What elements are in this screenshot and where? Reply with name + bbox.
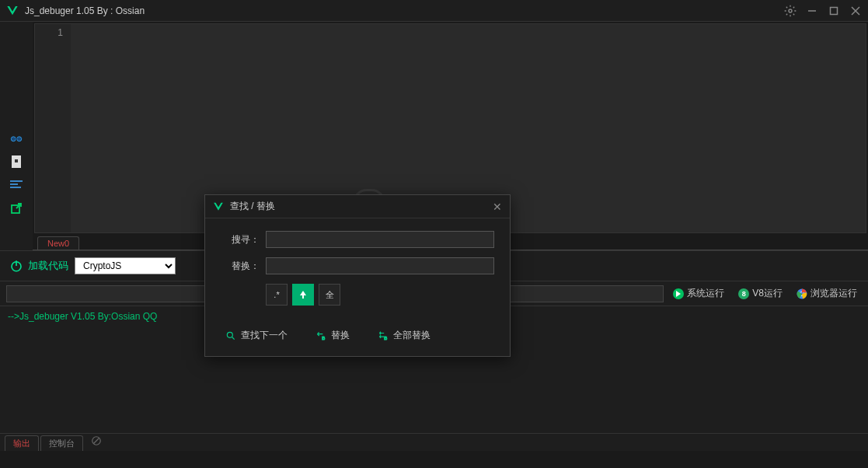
direction-option[interactable] xyxy=(292,284,314,306)
search-label: 搜寻： xyxy=(221,233,260,246)
svg-point-0 xyxy=(789,9,792,12)
tab-output[interactable]: 输出 xyxy=(5,435,39,451)
dialog-actions: 查找下一个 B 替换 B 全部替换 xyxy=(205,326,510,356)
export-icon[interactable] xyxy=(9,201,24,216)
line-gutter: 1 xyxy=(35,24,71,232)
window-controls xyxy=(784,5,862,17)
minimize-icon[interactable] xyxy=(806,5,818,17)
all-option[interactable]: 全 xyxy=(319,284,340,306)
maximize-icon[interactable] xyxy=(828,5,840,17)
svg-point-6 xyxy=(17,137,22,141)
replace-icon: B xyxy=(315,330,326,341)
system-run-button[interactable]: 系统运行 xyxy=(668,287,729,300)
regex-option[interactable]: .* xyxy=(266,284,288,306)
replace-label: 替换： xyxy=(221,260,260,273)
svg-rect-2 xyxy=(831,7,838,14)
bottom-tabs: 输出 控制台 xyxy=(0,434,868,451)
binoculars-icon[interactable] xyxy=(9,131,24,146)
dialog-body: 搜寻： 替换： .* 全 xyxy=(205,218,510,326)
find-next-button[interactable]: 查找下一个 xyxy=(219,326,294,345)
find-replace-dialog: 查找 / 替换 ✕ 搜寻： 替换： .* 全 查找下一个 B 替换 B 全部替换 xyxy=(204,194,511,357)
clear-icon[interactable] xyxy=(91,435,102,449)
svg-text:B: B xyxy=(384,335,387,340)
replace-all-icon: B xyxy=(378,330,389,341)
sidebar xyxy=(0,22,33,250)
output-text: -->Js_debuger V1.05 By:Ossian QQ xyxy=(8,311,157,322)
replace-button[interactable]: B 替换 xyxy=(309,326,356,345)
chrome-icon xyxy=(797,288,807,299)
load-code-button[interactable]: 加载代码 xyxy=(9,259,68,273)
svg-rect-7 xyxy=(16,138,18,139)
titlebar: Js_debuger 1.05 By : Ossian xyxy=(0,0,868,22)
replace-all-button[interactable]: B 全部替换 xyxy=(371,326,437,345)
search-input[interactable] xyxy=(266,231,494,248)
load-code-label: 加载代码 xyxy=(28,259,68,273)
browser-run-button[interactable]: 浏览器运行 xyxy=(792,287,862,300)
line-number: 1 xyxy=(58,27,63,38)
crypto-dropdown[interactable]: CryptoJS xyxy=(75,257,176,274)
editor-tab[interactable]: New0 xyxy=(37,236,79,250)
svg-line-20 xyxy=(94,438,99,444)
v8-run-button[interactable]: 8 V8运行 xyxy=(734,287,787,300)
tab-console[interactable]: 控制台 xyxy=(40,435,83,451)
settings-icon[interactable] xyxy=(784,5,797,17)
window-title: Js_debuger 1.05 By : Ossian xyxy=(25,5,784,16)
dialog-titlebar[interactable]: 查找 / 替换 ✕ xyxy=(205,195,510,218)
dialog-title: 查找 / 替换 xyxy=(230,200,493,213)
svg-text:B: B xyxy=(322,335,325,340)
svg-line-22 xyxy=(232,337,235,339)
svg-rect-9 xyxy=(15,159,18,162)
document-icon[interactable] xyxy=(9,154,24,169)
app-logo-icon xyxy=(213,201,224,212)
svg-point-21 xyxy=(227,332,232,337)
search-icon xyxy=(225,330,236,341)
replace-input[interactable] xyxy=(266,257,494,274)
svg-point-5 xyxy=(11,137,16,141)
align-icon[interactable] xyxy=(9,177,24,193)
dialog-options: .* 全 xyxy=(266,284,494,306)
dialog-close-icon[interactable]: ✕ xyxy=(493,201,502,213)
app-logo-icon xyxy=(6,5,19,17)
close-icon[interactable] xyxy=(849,5,862,17)
